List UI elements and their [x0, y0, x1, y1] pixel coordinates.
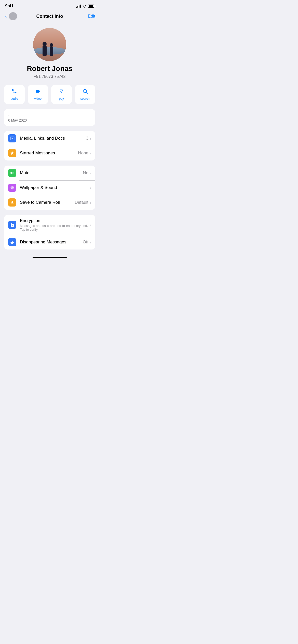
video-button[interactable]: video: [28, 85, 48, 104]
starred-messages-value: None: [78, 151, 88, 156]
mute-item[interactable]: Mute No ›: [4, 166, 95, 180]
search-button[interactable]: search: [75, 85, 96, 104]
encryption-label: Encryption: [20, 218, 90, 223]
profile-section: Robert Jonas +91 75673 75742: [0, 23, 99, 85]
svg-rect-3: [43, 46, 47, 56]
profile-phone: +91 75673 75742: [34, 74, 65, 79]
pay-label: pay: [59, 97, 64, 100]
camera-roll-label: Save to Camera Roll: [20, 200, 75, 205]
wifi-icon: [82, 5, 86, 8]
encryption-text-wrap: Encryption Messages and calls are end-to…: [20, 218, 90, 231]
section-settings: Mute No › Wallpaper & Sound ›: [4, 166, 95, 210]
section-security: Encryption Messages and calls are end-to…: [4, 215, 95, 250]
avatar-silhouette: [33, 28, 66, 61]
svg-point-13: [10, 187, 12, 188]
svg-point-19: [13, 241, 13, 241]
svg-point-20: [13, 240, 13, 241]
media-icon-wrap: [8, 134, 16, 142]
lock-icon: [10, 223, 15, 227]
audio-label: audio: [11, 97, 18, 100]
camera-roll-chevron-icon: ›: [90, 200, 91, 205]
nav-bar: ‹ Contact Info Edit: [0, 10, 99, 23]
wallpaper-sound-label: Wallpaper & Sound: [20, 185, 88, 190]
encryption-chevron-icon: ›: [90, 223, 91, 227]
mute-value: No: [83, 170, 88, 175]
home-bar: [33, 257, 67, 258]
search-icon: [82, 89, 88, 96]
mute-icon-wrap: [8, 169, 16, 177]
wallpaper-sound-item[interactable]: Wallpaper & Sound ›: [4, 180, 95, 195]
svg-line-7: [86, 92, 87, 94]
media-links-docs-value: 3: [86, 136, 88, 141]
svg-point-9: [13, 173, 14, 173]
status-icons: [76, 5, 94, 8]
disappearing-messages-label: Disappearing Messages: [20, 240, 83, 245]
svg-point-0: [33, 28, 66, 61]
wallpaper-chevron-icon: ›: [90, 186, 91, 190]
nav-title: Contact Info: [36, 14, 63, 19]
wallpaper-flower-icon: [10, 185, 15, 190]
disappearing-messages-value: Off: [83, 240, 88, 245]
starred-chevron-icon: ›: [90, 151, 91, 155]
svg-point-11: [12, 186, 13, 187]
encryption-item[interactable]: Encryption Messages and calls are end-to…: [4, 215, 95, 235]
search-label: search: [80, 97, 90, 100]
nav-avatar: [9, 12, 17, 20]
home-indicator: [0, 255, 99, 259]
phone-icon: [11, 89, 17, 96]
audio-button[interactable]: audio: [4, 85, 25, 104]
wallpaper-icon-wrap: [8, 184, 16, 192]
video-label: video: [34, 97, 42, 100]
download-icon: [10, 200, 15, 205]
svg-point-4: [50, 43, 53, 47]
camera-roll-item[interactable]: Save to Camera Roll Default ›: [4, 195, 95, 210]
back-button[interactable]: ‹: [4, 12, 8, 20]
pay-button[interactable]: pay: [51, 85, 72, 104]
info-date: 6 May 2020: [8, 118, 91, 122]
mute-chevron-icon: ›: [90, 171, 91, 175]
info-dash: -: [8, 113, 91, 117]
svg-rect-5: [50, 47, 53, 56]
mute-label: Mute: [20, 170, 83, 175]
info-card: - 6 May 2020: [4, 109, 95, 126]
lock-icon-wrap: [8, 221, 16, 229]
action-buttons: audio video pay search: [0, 85, 99, 104]
starred-messages-item[interactable]: Starred Messages None ›: [4, 146, 95, 160]
encryption-sublabel: Messages and calls are end-to-end encryp…: [20, 224, 90, 231]
battery-icon: [88, 5, 94, 8]
section-media-starred: Media, Links, and Docs 3 › Starred Messa…: [4, 131, 95, 160]
mute-icon: [10, 171, 15, 175]
moon-icon: [10, 240, 15, 244]
media-links-docs-label: Media, Links, and Docs: [20, 136, 86, 141]
svg-point-12: [12, 188, 13, 189]
rupee-icon: [59, 89, 64, 96]
status-bar: 9:41: [0, 0, 99, 10]
camera-roll-icon-wrap: [8, 198, 16, 207]
svg-point-10: [12, 187, 13, 188]
status-time: 9:41: [5, 4, 13, 9]
media-links-docs-item[interactable]: Media, Links, and Docs 3 ›: [4, 131, 95, 146]
edit-button[interactable]: Edit: [88, 14, 95, 19]
profile-avatar: [33, 28, 66, 61]
disappearing-messages-item[interactable]: Disappearing Messages Off ›: [4, 235, 95, 250]
svg-point-2: [43, 42, 47, 46]
signal-icon: [76, 5, 81, 8]
media-icon: [10, 136, 15, 141]
moon-icon-wrap: [8, 238, 16, 246]
star-icon: [10, 151, 15, 155]
starred-icon-wrap: [8, 149, 16, 157]
video-icon: [35, 89, 41, 96]
disappearing-chevron-icon: ›: [90, 240, 91, 244]
nav-left: ‹: [4, 12, 17, 20]
media-chevron-icon: ›: [90, 136, 91, 141]
profile-name: Robert Jonas: [27, 65, 73, 73]
svg-point-14: [13, 187, 14, 188]
starred-messages-label: Starred Messages: [20, 151, 78, 156]
camera-roll-value: Default: [75, 200, 88, 205]
